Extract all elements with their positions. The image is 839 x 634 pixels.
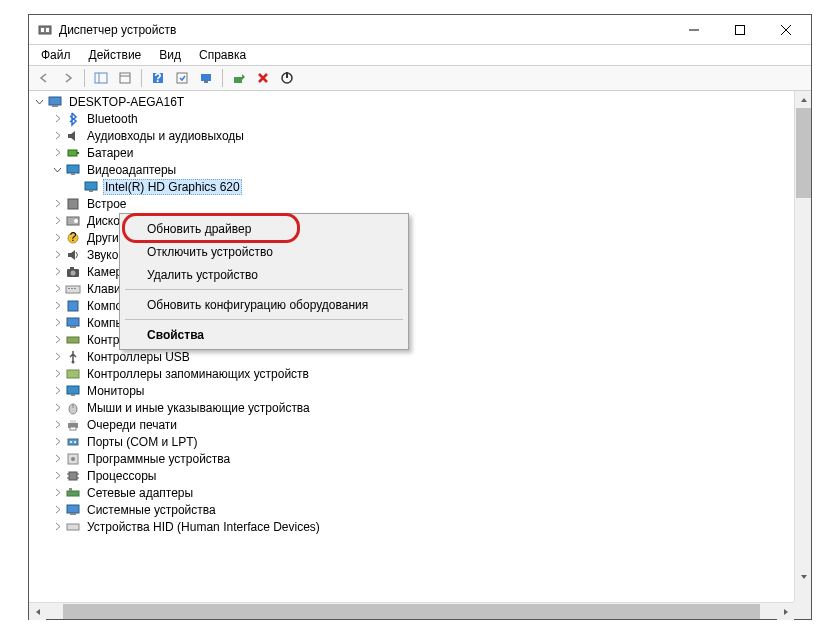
scan-hardware-button[interactable] [195, 67, 217, 89]
svg-rect-41 [67, 318, 79, 326]
menu-view[interactable]: Вид [151, 46, 189, 64]
tree-node[interactable]: Очереди печати [29, 416, 794, 433]
computer-icon [47, 94, 63, 110]
tree-node-label: DESKTOP-AEGA16T [67, 95, 186, 109]
expand-icon[interactable] [51, 215, 63, 227]
menu-help[interactable]: Справка [191, 46, 254, 64]
scroll-down-button[interactable] [795, 568, 811, 585]
tree-node[interactable]: Intel(R) HD Graphics 620 [29, 178, 794, 195]
tree-node[interactable]: Сетевые адаптеры [29, 484, 794, 501]
expand-icon[interactable] [51, 521, 63, 533]
ide-icon [65, 332, 81, 348]
ctx-scan-hardware[interactable]: Обновить конфигурацию оборудования [123, 293, 405, 316]
firmware-icon [65, 196, 81, 212]
tree-node[interactable]: Программные устройства [29, 450, 794, 467]
expand-icon[interactable] [51, 130, 63, 142]
maximize-button[interactable] [717, 15, 763, 44]
tree-node[interactable]: Порты (COM и LPT) [29, 433, 794, 450]
expand-icon[interactable] [51, 147, 63, 159]
expand-icon[interactable] [51, 368, 63, 380]
svg-rect-45 [67, 370, 79, 378]
tree-node[interactable]: Контроллеры запоминающих устройств [29, 365, 794, 382]
hscroll-thumb[interactable] [63, 604, 760, 619]
tree-node[interactable]: Мыши и иные указывающие устройства [29, 399, 794, 416]
expand-icon[interactable] [51, 300, 63, 312]
expand-icon[interactable] [51, 317, 63, 329]
expand-icon[interactable] [51, 283, 63, 295]
expand-icon[interactable] [51, 113, 63, 125]
menu-action[interactable]: Действие [81, 46, 150, 64]
bottom-row [29, 602, 811, 619]
tree-node[interactable]: Устройства HID (Human Interface Devices) [29, 518, 794, 535]
tree-node-label: Видеоадаптеры [85, 163, 178, 177]
display-icon [83, 179, 99, 195]
ctx-properties[interactable]: Свойства [123, 323, 405, 346]
collapse-icon[interactable] [33, 96, 45, 108]
action-button[interactable] [171, 67, 193, 89]
svg-rect-1 [41, 28, 44, 32]
expand-icon[interactable] [51, 385, 63, 397]
help-button[interactable]: ? [147, 67, 169, 89]
vertical-scrollbar[interactable] [794, 91, 811, 602]
tree-node[interactable]: Bluetooth [29, 110, 794, 127]
ctx-update-driver[interactable]: Обновить драйвер [123, 217, 405, 240]
expand-icon[interactable] [51, 436, 63, 448]
svg-rect-64 [69, 488, 72, 491]
svg-rect-20 [49, 97, 61, 105]
horizontal-scrollbar[interactable] [29, 602, 794, 619]
tree-node-label: Аудиовходы и аудиовыходы [85, 129, 246, 143]
tree-node[interactable]: Батареи [29, 144, 794, 161]
menu-file[interactable]: Файл [33, 46, 79, 64]
expand-icon[interactable] [51, 266, 63, 278]
svg-rect-35 [70, 267, 74, 269]
scroll-up-button[interactable] [795, 91, 811, 108]
expand-icon[interactable] [51, 351, 63, 363]
scroll-right-button[interactable] [777, 603, 794, 620]
expand-icon[interactable] [51, 249, 63, 261]
monitor-icon [65, 383, 81, 399]
scroll-thumb[interactable] [796, 108, 811, 198]
scroll-left-button[interactable] [29, 603, 46, 620]
tree-node-label: Процессоры [85, 469, 159, 483]
titlebar: Диспетчер устройств [29, 15, 811, 45]
expand-icon[interactable] [51, 504, 63, 516]
update-driver-button[interactable] [228, 67, 250, 89]
expand-icon[interactable] [51, 334, 63, 346]
expand-icon[interactable] [51, 470, 63, 482]
tree-node[interactable]: Аудиовходы и аудиовыходы [29, 127, 794, 144]
svg-rect-36 [66, 286, 80, 293]
menubar: Файл Действие Вид Справка [29, 45, 811, 65]
ctx-disable-device[interactable]: Отключить устройство [123, 240, 405, 263]
tree-node[interactable]: Видеоадаптеры [29, 161, 794, 178]
disable-button[interactable] [276, 67, 298, 89]
tree-node[interactable]: Процессоры [29, 467, 794, 484]
collapse-icon[interactable] [51, 164, 63, 176]
tree-node[interactable]: Встрое [29, 195, 794, 212]
back-button[interactable] [33, 67, 55, 89]
close-button[interactable] [763, 15, 809, 44]
svg-rect-9 [120, 73, 130, 83]
scrollbar-corner [794, 602, 811, 619]
forward-button[interactable] [57, 67, 79, 89]
expand-icon[interactable] [51, 419, 63, 431]
show-hide-tree-button[interactable] [90, 67, 112, 89]
ctx-uninstall-device[interactable]: Удалить устройство [123, 263, 405, 286]
svg-rect-23 [77, 152, 79, 154]
expand-icon[interactable] [51, 232, 63, 244]
tree-node-label: Bluetooth [85, 112, 140, 126]
tree-node[interactable]: Мониторы [29, 382, 794, 399]
expand-icon [69, 181, 81, 193]
storage-icon [65, 366, 81, 382]
expand-icon[interactable] [51, 198, 63, 210]
uninstall-button[interactable] [252, 67, 274, 89]
properties-button[interactable] [114, 67, 136, 89]
expand-icon[interactable] [51, 453, 63, 465]
minimize-button[interactable] [671, 15, 717, 44]
app-icon [37, 22, 53, 38]
tree-node[interactable]: Контроллеры USB [29, 348, 794, 365]
tree-node-label: Устройства HID (Human Interface Devices) [85, 520, 322, 534]
tree-node[interactable]: Системные устройства [29, 501, 794, 518]
expand-icon[interactable] [51, 402, 63, 414]
expand-icon[interactable] [51, 487, 63, 499]
tree-node[interactable]: DESKTOP-AEGA16T [29, 93, 794, 110]
